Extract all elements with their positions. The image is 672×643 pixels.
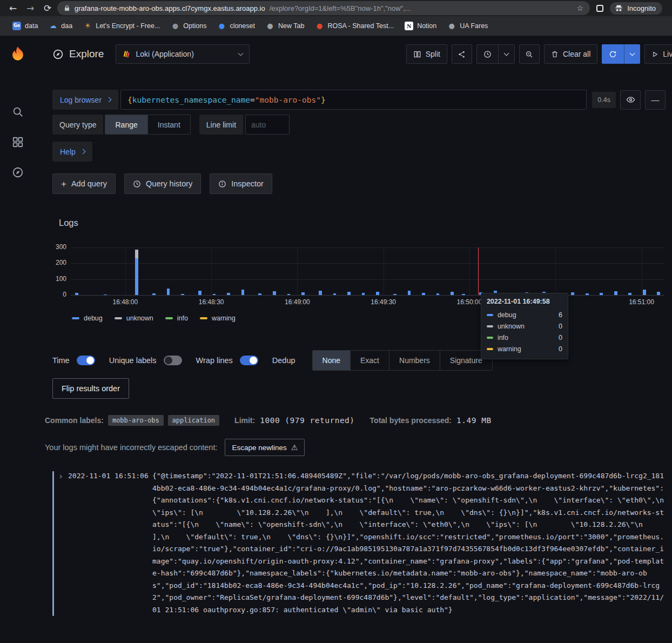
chevron-down-icon xyxy=(238,50,244,56)
dashboards-grid-icon[interactable] xyxy=(9,133,27,151)
back-icon[interactable]: ← xyxy=(5,1,21,15)
explore-compass-icon[interactable] xyxy=(9,163,27,182)
tooltip-swatch xyxy=(487,325,493,327)
dedup-label: Dedup xyxy=(272,356,295,365)
page-title: Explore xyxy=(69,48,104,60)
tooltip-series-value: 6 xyxy=(559,311,562,319)
refresh-sync-icon xyxy=(609,50,617,58)
refresh-icon[interactable]: ⟳ xyxy=(40,1,55,15)
line-limit-chip: Line limit xyxy=(199,115,243,135)
url-path: /explore?orgId=1&left=%5B"now-1h","now",… xyxy=(270,4,411,12)
query-token: } xyxy=(321,96,326,104)
query-token: kubernetes_namespace_name xyxy=(132,96,250,104)
escape-newlines-button[interactable]: Escape newlines ⚠ xyxy=(225,439,305,456)
query-elapsed-badge: 0.4s xyxy=(592,92,616,108)
log-row[interactable]: ›2022-11-01 16:51:06{"@timestamp":"2022-… xyxy=(45,470,666,616)
query-type-option-instant[interactable]: Instant xyxy=(147,115,190,134)
tooltip-row: unknown0 xyxy=(487,320,562,332)
inspector-button[interactable]: Inspector xyxy=(210,173,272,194)
histogram-bar-debug xyxy=(319,291,322,295)
line-limit-input[interactable] xyxy=(245,115,290,135)
grid-line-h xyxy=(71,247,664,248)
legend-item-warning[interactable]: warning xyxy=(200,314,236,322)
bookmark-item[interactable]: ●UA Fares xyxy=(442,19,493,32)
grid-line-v xyxy=(555,247,556,295)
clear-all-label: Clear all xyxy=(563,50,590,58)
bookmark-item[interactable]: ●ROSA - Shared Test... xyxy=(310,19,399,32)
side-panel-icon[interactable] xyxy=(596,5,603,12)
live-button[interactable]: Live xyxy=(644,44,672,64)
go-docs-icon: Go xyxy=(12,22,21,30)
help-button[interactable]: Help xyxy=(52,142,92,162)
bookmark-item[interactable]: ●New Tab xyxy=(261,19,309,32)
zoom-out-icon xyxy=(525,50,533,58)
chevron-right-icon xyxy=(80,149,85,155)
dedup-option-numbers[interactable]: Numbers xyxy=(389,351,440,370)
bookmark-item[interactable]: ☁daa xyxy=(44,19,77,32)
limit-label: Limit: xyxy=(234,416,255,425)
query-expression-input[interactable]: {kubernetes_namespace_name="mobb-aro-obs… xyxy=(120,90,587,110)
datasource-picker[interactable]: Loki (Application) xyxy=(116,44,250,64)
flip-results-order-button[interactable]: Flip results order xyxy=(52,378,129,399)
log-browser-button[interactable]: Log browser xyxy=(52,90,118,110)
toggle-knob xyxy=(165,357,172,364)
legend-label: debug xyxy=(84,314,103,322)
share-button[interactable] xyxy=(452,44,472,64)
time-range-button[interactable] xyxy=(476,44,499,64)
collapse-query-button[interactable]: — xyxy=(645,90,666,110)
bookmark-star-icon[interactable]: ☆ xyxy=(577,4,584,12)
legend-swatch xyxy=(165,317,173,319)
clear-all-button[interactable]: Clear all xyxy=(544,44,597,64)
tooltip-row: info0 xyxy=(487,332,562,343)
query-visibility-button[interactable] xyxy=(620,90,641,110)
bookmark-item[interactable]: ●cloneset xyxy=(212,19,260,32)
logs-histogram-plot[interactable] xyxy=(71,247,664,295)
forward-icon[interactable]: → xyxy=(23,1,38,15)
bookmark-item[interactable]: NNotion xyxy=(400,19,441,32)
chevron-right-icon xyxy=(106,97,112,103)
log-expand-icon[interactable]: › xyxy=(59,470,68,483)
query-type-option-range[interactable]: Range xyxy=(105,115,147,134)
zoom-out-button[interactable] xyxy=(519,44,540,64)
query-type-chip: Query type xyxy=(52,115,103,135)
wrap-lines-toggle[interactable] xyxy=(240,356,258,365)
time-range-picker xyxy=(476,44,515,64)
x-axis-tick-label: 16:48:30 xyxy=(193,298,230,306)
bookmark-item[interactable]: ●Options xyxy=(166,19,211,32)
tooltip-swatch xyxy=(487,314,493,316)
add-query-button[interactable]: + Add query xyxy=(52,173,116,194)
bookmark-item[interactable]: Godata xyxy=(8,19,43,32)
legend-item-debug[interactable]: debug xyxy=(72,314,103,322)
x-axis-labels: 16:48:0016:48:3016:49:0016:49:3016:50:00… xyxy=(71,295,664,306)
dedup-option-exact[interactable]: Exact xyxy=(350,351,389,370)
time-range-dropdown-button[interactable] xyxy=(499,44,515,64)
url-bar[interactable]: grafana-route-mobb-aro-obs.apps.cl7cymgx… xyxy=(57,1,590,15)
legend-item-info[interactable]: info xyxy=(165,314,188,322)
dedup-group: NoneExactNumbersSignature xyxy=(312,350,493,371)
grid-line-h xyxy=(71,279,664,280)
explore-icon xyxy=(52,49,64,60)
grafana-logo-icon[interactable] xyxy=(8,45,28,67)
grid-line-v xyxy=(642,247,642,295)
split-button[interactable]: Split xyxy=(406,44,447,64)
dedup-option-none[interactable]: None xyxy=(313,351,350,370)
search-icon[interactable] xyxy=(9,103,27,121)
run-query-button[interactable] xyxy=(602,44,624,64)
bookmark-label: Options xyxy=(183,22,206,30)
x-axis-tick-label: 16:49:30 xyxy=(365,298,402,306)
bookmark-label: New Tab xyxy=(278,22,304,30)
histogram-bar-debug xyxy=(241,290,245,295)
query-history-button[interactable]: Query history xyxy=(124,173,201,194)
bookmark-item[interactable]: ☀Let's Encrypt - Free... xyxy=(78,19,165,32)
query-token: "mobb-aro-obs" xyxy=(255,96,321,104)
x-axis-tick-label: 16:51:00 xyxy=(623,298,660,306)
logs-histogram[interactable]: 0100200300 16:48:0016:48:3016:49:0016:49… xyxy=(52,247,666,322)
time-toggle[interactable] xyxy=(77,356,95,365)
legend-item-unknown[interactable]: unknown xyxy=(115,314,153,322)
tooltip-series-name: warning xyxy=(498,345,554,353)
unique-labels-toggle[interactable] xyxy=(164,356,182,365)
bookmark-label: cloneset xyxy=(230,22,255,30)
refresh-interval-dropdown[interactable] xyxy=(624,44,640,64)
wrap-lines-toggle-label: Wrap lines xyxy=(196,356,233,365)
plus-icon: + xyxy=(61,179,66,189)
